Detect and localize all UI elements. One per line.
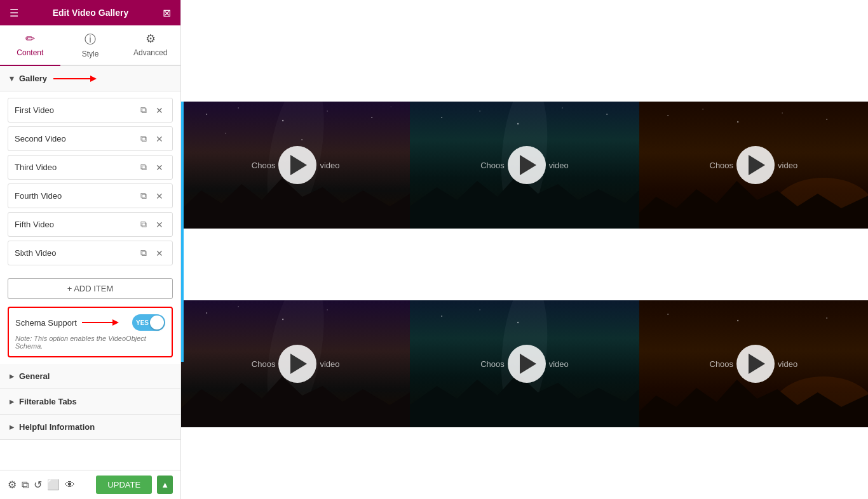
helpful-info-section-header[interactable]: ▸ Helpful Information bbox=[0, 415, 180, 440]
video-label-2: video bbox=[549, 161, 569, 170]
svg-point-35 bbox=[667, 314, 668, 315]
video-item-actions-4: ⧉ ✕ bbox=[138, 189, 166, 203]
delete-button-2[interactable]: ✕ bbox=[153, 133, 166, 145]
delete-button-4[interactable]: ✕ bbox=[153, 190, 166, 203]
helpful-chevron-icon: ▸ bbox=[10, 422, 14, 432]
schema-toggle[interactable]: YES bbox=[132, 314, 165, 331]
list-item: Fourth Video ⧉ ✕ bbox=[8, 183, 173, 208]
gallery-arrow-indicator bbox=[53, 78, 92, 79]
svg-point-30 bbox=[441, 316, 442, 317]
video-cell-1[interactable]: Choos video bbox=[181, 102, 410, 300]
list-item: Third Video ⧉ ✕ bbox=[8, 155, 173, 180]
filterable-tabs-section-header[interactable]: ▸ Filterable Tabs bbox=[0, 389, 180, 415]
sidebar-header: ☰ Edit Video Gallery ⊠ bbox=[0, 0, 180, 25]
duplicate-button-3[interactable]: ⧉ bbox=[138, 161, 149, 174]
svg-point-0 bbox=[206, 114, 207, 115]
settings-icon[interactable]: ⚙ bbox=[8, 479, 17, 491]
tab-style[interactable]: ⓘ Style bbox=[60, 25, 121, 66]
general-section-header[interactable]: ▸ General bbox=[0, 364, 180, 389]
duplicate-button-5[interactable]: ⧉ bbox=[138, 218, 149, 231]
svg-marker-29 bbox=[181, 376, 410, 427]
toggle-track: YES bbox=[132, 314, 165, 331]
svg-point-5 bbox=[391, 107, 391, 107]
duplicate-button-6[interactable]: ⧉ bbox=[138, 246, 149, 260]
video-item-actions-3: ⧉ ✕ bbox=[138, 161, 166, 174]
video-item-actions-1: ⧉ ✕ bbox=[138, 103, 166, 117]
responsive-icon[interactable]: ⬜ bbox=[47, 479, 60, 491]
delete-button-1[interactable]: ✕ bbox=[153, 104, 166, 117]
list-item: Sixth Video ⧉ ✕ bbox=[8, 241, 173, 265]
eye-icon[interactable]: 👁 bbox=[65, 479, 75, 491]
content-icon: ✏ bbox=[25, 32, 35, 46]
schema-support-row: Schema Support YES bbox=[15, 314, 165, 331]
svg-point-6 bbox=[225, 133, 226, 134]
gallery-section-header[interactable]: ▾ Gallery bbox=[0, 66, 180, 91]
svg-point-13 bbox=[562, 107, 563, 108]
delete-button-6[interactable]: ✕ bbox=[153, 247, 166, 260]
play-button-1[interactable] bbox=[278, 146, 316, 184]
delete-button-3[interactable]: ✕ bbox=[153, 161, 166, 174]
tab-advanced[interactable]: ⚙ Advanced bbox=[120, 25, 180, 66]
list-item: Second Video ⧉ ✕ bbox=[8, 126, 173, 151]
choose-video-label-1: Choos bbox=[252, 161, 276, 170]
play-button-4[interactable] bbox=[278, 345, 316, 383]
video-cell-3[interactable]: Choos video bbox=[639, 102, 868, 300]
sidebar: ☰ Edit Video Gallery ⊠ ✏ Content ⓘ Style… bbox=[0, 0, 181, 499]
svg-point-25 bbox=[238, 306, 239, 307]
grid-icon[interactable]: ⊠ bbox=[163, 7, 171, 19]
svg-point-4 bbox=[371, 117, 372, 118]
list-item: Fifth Video ⧉ ✕ bbox=[8, 212, 173, 237]
play-button-2[interactable] bbox=[508, 146, 546, 184]
video-list: First Video ⧉ ✕ Second Video ⧉ ✕ Third V… bbox=[0, 91, 180, 276]
delete-button-5[interactable]: ✕ bbox=[153, 218, 166, 231]
gallery-chevron-icon: ▾ bbox=[10, 74, 14, 83]
svg-point-1 bbox=[238, 107, 239, 109]
svg-point-21 bbox=[826, 119, 827, 120]
duplicate-button-1[interactable]: ⧉ bbox=[138, 103, 149, 117]
style-icon: ⓘ bbox=[85, 32, 96, 47]
svg-point-10 bbox=[441, 117, 442, 118]
play-triangle-4 bbox=[290, 354, 307, 374]
tab-content[interactable]: ✏ Content bbox=[0, 25, 60, 66]
svg-point-31 bbox=[480, 309, 481, 310]
video-cell-5[interactable]: Choos video bbox=[410, 300, 639, 499]
main-content: Choos video bbox=[181, 0, 868, 499]
duplicate-button-4[interactable]: ⧉ bbox=[138, 189, 149, 203]
svg-point-17 bbox=[667, 115, 668, 116]
play-triangle-6 bbox=[749, 354, 765, 374]
toggle-yes-label: YES bbox=[136, 319, 149, 326]
tab-advanced-label: Advanced bbox=[133, 48, 167, 57]
video-cell-6[interactable]: Choos video bbox=[639, 300, 868, 499]
video-item-actions-5: ⧉ ✕ bbox=[138, 218, 166, 231]
svg-point-3 bbox=[327, 110, 327, 111]
video-item-label-3: Third Video bbox=[15, 163, 138, 172]
video-cell-4[interactable]: Choos video bbox=[181, 300, 410, 499]
video-label-6: video bbox=[778, 359, 797, 369]
play-triangle-5 bbox=[520, 354, 536, 374]
update-dropdown-button[interactable]: ▲ bbox=[157, 476, 173, 494]
choose-video-label-4: Choos bbox=[252, 359, 276, 369]
general-chevron-icon: ▸ bbox=[10, 371, 14, 381]
video-item-actions-2: ⧉ ✕ bbox=[138, 132, 166, 145]
hamburger-icon[interactable]: ☰ bbox=[10, 7, 18, 19]
choose-video-label-3: Choos bbox=[710, 161, 734, 170]
tab-content-label: Content bbox=[17, 48, 43, 57]
history-icon[interactable]: ↺ bbox=[34, 479, 42, 491]
add-item-button[interactable]: + ADD ITEM bbox=[8, 278, 173, 299]
svg-point-18 bbox=[702, 109, 703, 110]
video-label-3: video bbox=[778, 161, 797, 170]
schema-support-box: Schema Support YES Note: This option ena… bbox=[8, 307, 173, 357]
video-cell-2[interactable]: Choos video bbox=[410, 102, 639, 300]
update-button[interactable]: UPDATE bbox=[96, 476, 152, 494]
play-button-5[interactable] bbox=[508, 345, 546, 383]
choose-video-label-6: Choos bbox=[710, 359, 734, 369]
svg-point-20 bbox=[782, 112, 782, 113]
layers-icon[interactable]: ⧉ bbox=[22, 479, 29, 491]
play-button-3[interactable] bbox=[736, 146, 775, 184]
duplicate-button-2[interactable]: ⧉ bbox=[138, 132, 149, 145]
svg-point-19 bbox=[737, 121, 738, 123]
play-button-6[interactable] bbox=[736, 345, 775, 383]
gallery-section-label: Gallery bbox=[19, 74, 47, 83]
svg-point-36 bbox=[737, 320, 738, 321]
filterable-tabs-label: Filterable Tabs bbox=[19, 397, 77, 406]
